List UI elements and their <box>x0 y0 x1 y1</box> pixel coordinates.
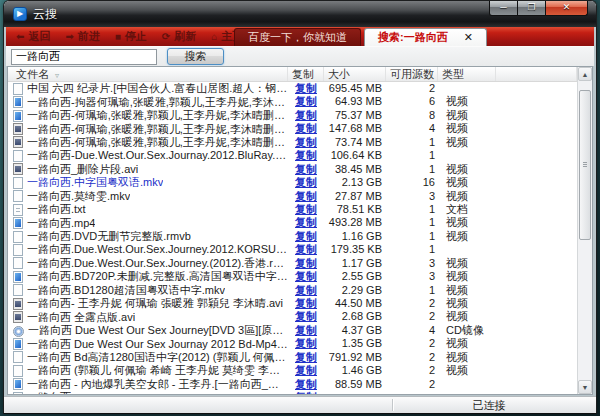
column-header-filename[interactable]: 文件名▿ <box>8 67 288 81</box>
file-size: 27.87 MB <box>324 190 386 203</box>
file-name[interactable]: 一路向西.txt <box>27 203 86 216</box>
table-row[interactable]: 中国 六四 纪录片.[中国合伙人.富春山居图.超人：钢铁之... 复制 695.… <box>8 82 577 95</box>
column-header-size[interactable]: 大小 <box>324 67 386 81</box>
copy-link[interactable]: 复制 <box>295 136 317 148</box>
file-name[interactable]: 一路向西 全露点版.avi <box>27 311 135 324</box>
copy-link[interactable]: 复制 <box>295 378 317 390</box>
scrollbar-thumb[interactable] <box>579 90 591 240</box>
file-name[interactable]: 一路向西.DVD无删节完整版.rmvb <box>27 230 191 243</box>
table-row[interactable]: 一路向西.莫绮雯.mkv 复制 27.87 MB 3 视频 <box>8 190 577 203</box>
file-name[interactable]: 一路向西.mp4 <box>27 217 95 230</box>
close-button[interactable]: ✕ <box>545 0 588 16</box>
copy-link[interactable]: 复制 <box>295 391 317 394</box>
copy-link[interactable]: 复制 <box>295 149 317 161</box>
table-row[interactable]: 一路向西.mp4 复制 493.28 MB 1 视频 <box>8 216 577 229</box>
file-name[interactable]: 中国 六四 纪录片.[中国合伙人.富春山居图.超人：钢铁之... <box>27 82 288 95</box>
file-name[interactable]: 一路向西- 王李丹妮 何珮瑜 張暖雅 郭穎兒 李沐晴.avi <box>27 297 283 310</box>
vertical-scrollbar[interactable]: ▲ ▼ <box>577 67 592 394</box>
copy-link[interactable]: 复制 <box>295 122 317 134</box>
file-name[interactable]: 一路向西-何珮瑜,张暖雅,郭颖儿,王李丹妮,李沐晴删除片... <box>27 109 288 122</box>
copy-link[interactable]: 复制 <box>295 230 317 242</box>
table-row[interactable]: 一路向西.Due.West.Our.Sex.Journey.2012.KORSU… <box>8 243 577 256</box>
copy-link[interactable]: 复制 <box>295 337 317 349</box>
column-header-copy[interactable]: 复制 <box>288 67 324 81</box>
file-name[interactable]: 一路向西.BD720P.未删减.完整版.高清国粤双语中字.mp4 <box>27 270 288 283</box>
table-row[interactable]: 一路向西 Bd高清1280国语中字(2012) (郭颖儿 何佩瑜 希... 复制… <box>8 351 577 364</box>
scroll-up-icon[interactable]: ▲ <box>578 67 592 81</box>
copy-link[interactable]: 复制 <box>295 324 317 336</box>
stop-button[interactable]: ■ 停止 <box>115 29 147 44</box>
table-row[interactable]: 一路向西 复制 <box>8 391 577 394</box>
file-name[interactable]: 一路向西 Due West Our Sex Journey[DVD 3區][原版… <box>28 324 288 337</box>
copy-link[interactable]: 复制 <box>295 284 317 296</box>
file-name[interactable]: 一路向西 Bd高清1280国语中字(2012) (郭颖儿 何佩瑜 希... <box>27 351 288 364</box>
search-input[interactable] <box>11 49 157 65</box>
tab-close-icon[interactable]: ✕ <box>464 31 473 44</box>
copy-link[interactable]: 复制 <box>295 364 317 376</box>
file-name[interactable]: 一路向西-拘器何珮瑜,张暖雅,郭颖儿,王李丹妮,李沐晴.mp4 <box>27 96 288 109</box>
copy-link[interactable]: 复制 <box>295 109 317 121</box>
table-row[interactable]: 一路向西 Due West Our Sex Journay 2012 Bd-Mp… <box>8 337 577 350</box>
file-name[interactable]: 一路向西 (郭颖儿 何佩瑜 希崎 王李丹妮 莫绮雯 李沐晴 ... <box>27 364 288 377</box>
file-name[interactable]: 一路向西 - 內地爆乳美空女郎 - 王李丹.[一路向西_花絮2]... <box>27 378 288 391</box>
table-row[interactable]: 一路向西.BD1280超清国粤双语中字.mkv 复制 2.29 GB 1 视频 <box>8 284 577 297</box>
column-header-type[interactable]: 类型 <box>438 67 496 81</box>
table-row[interactable]: 一路向西-何珮瑜,张暖雅,郭颖儿,王李丹妮,李沐晴删除片... 复制 147.6… <box>8 122 577 135</box>
file-icon <box>13 150 23 162</box>
search-button[interactable]: 搜索 <box>167 48 224 65</box>
table-row[interactable]: 一路向西.Due.West.Our.Sex.Journey.(2012).香港.… <box>8 257 577 270</box>
scrollbar-track[interactable] <box>578 81 592 380</box>
table-row[interactable]: 一路向西-何珮瑜,张暖雅,郭颖儿,王李丹妮,李沐晴删除片... 复制 73.74… <box>8 136 577 149</box>
table-row[interactable]: 一路向西 Due West Our Sex Journey[DVD 3區][原版… <box>8 324 577 337</box>
file-name[interactable]: 一路向西.Due.West.Our.Sex.Journey.2012.KORSU… <box>27 243 288 256</box>
table-row[interactable]: 一路向西 全露点版.avi 复制 2.68 GB 2 视频 <box>8 310 577 323</box>
copy-link[interactable]: 复制 <box>295 203 317 215</box>
scroll-down-icon[interactable]: ▼ <box>578 380 592 394</box>
table-row[interactable]: 一路向西.txt 复制 78.51 KB 1 文档 <box>8 203 577 216</box>
refresh-button[interactable]: ⟳ 刷新 <box>162 29 196 44</box>
table-row[interactable]: 一路向西-拘器何珮瑜,张暖雅,郭颖儿,王李丹妮,李沐晴.mp4 复制 64.93… <box>8 95 577 108</box>
tab-search-results[interactable]: 搜索:一路向西 ✕ <box>364 28 487 46</box>
copy-link[interactable]: 复制 <box>295 257 317 269</box>
copy-link[interactable]: 复制 <box>295 163 317 175</box>
table-row[interactable]: 一路向西.BD720P.未删减.完整版.高清国粤双语中字.mp4 复制 2.55… <box>8 270 577 283</box>
forward-button[interactable]: ➡ 前进 <box>65 29 99 44</box>
table-row[interactable]: 一路向西.中字国粤双语.mkv 复制 2.13 GB 16 视频 <box>8 176 577 189</box>
table-row[interactable]: 一路向西- 王李丹妮 何珮瑜 張暖雅 郭穎兒 李沐晴.avi 复制 44.50 … <box>8 297 577 310</box>
file-icon <box>13 257 23 269</box>
copy-link[interactable]: 复制 <box>295 297 317 309</box>
back-button[interactable]: ⬅ 返回 <box>16 29 50 44</box>
file-name[interactable]: 一路向西_删除片段.avi <box>27 163 138 176</box>
file-name[interactable]: 一路向西-Due.West.Our.Sex.Journay.2012.BluRa… <box>27 149 288 162</box>
file-name[interactable]: 一路向西-何珮瑜,张暖雅,郭颖儿,王李丹妮,李沐晴删除片... <box>27 136 288 149</box>
copy-link[interactable]: 复制 <box>295 270 317 282</box>
file-name[interactable]: 一路向西 Due West Our Sex Journay 2012 Bd-Mp… <box>27 338 288 351</box>
table-row[interactable]: 一路向西_删除片段.avi 复制 38.45 MB 1 视频 <box>8 163 577 176</box>
table-row[interactable]: 一路向西-何珮瑜,张暖雅,郭颖儿,王李丹妮,李沐晴删除片... 复制 75.37… <box>8 109 577 122</box>
table-row[interactable]: 一路向西-Due.West.Our.Sex.Journay.2012.BluRa… <box>8 149 577 162</box>
back-label: 返回 <box>28 29 50 44</box>
file-name[interactable]: 一路向西.莫绮雯.mkv <box>27 190 130 203</box>
copy-link[interactable]: 复制 <box>295 82 317 94</box>
copy-link[interactable]: 复制 <box>295 351 317 363</box>
table-row[interactable]: 一路向西.DVD无删节完整版.rmvb 复制 1.16 GB 1 视频 <box>8 230 577 243</box>
table-row[interactable]: 一路向西 - 內地爆乳美空女郎 - 王李丹.[一路向西_花絮2]... 复制 8… <box>8 378 577 391</box>
copy-link[interactable]: 复制 <box>295 95 317 107</box>
table-row[interactable]: 一路向西 (郭颖儿 何佩瑜 希崎 王李丹妮 莫绮雯 李沐晴 ... 复制 1.4… <box>8 364 577 377</box>
column-header-sources[interactable]: 可用源数 <box>386 67 438 81</box>
copy-link[interactable]: 复制 <box>295 216 317 228</box>
copy-link[interactable]: 复制 <box>295 190 317 202</box>
maximize-button[interactable]: ❐ <box>518 0 545 16</box>
tab-baidu[interactable]: 百度一下，你就知道 <box>234 28 361 46</box>
copy-link[interactable]: 复制 <box>295 243 317 255</box>
file-size: 147.68 MB <box>324 122 386 135</box>
file-name[interactable]: 一路向西.BD1280超清国粤双语中字.mkv <box>27 284 225 297</box>
file-name[interactable]: 一路向西-何珮瑜,张暖雅,郭颖儿,王李丹妮,李沐晴删除片... <box>27 123 288 136</box>
file-sources: 1 <box>386 203 438 216</box>
copy-link[interactable]: 复制 <box>295 176 317 188</box>
file-name[interactable]: 一路向西.Due.West.Our.Sex.Journey.(2012).香港.… <box>27 257 288 270</box>
minimize-button[interactable]: ─ <box>489 0 518 16</box>
copy-link[interactable]: 复制 <box>295 310 317 322</box>
file-name[interactable]: 一路向西 <box>27 391 71 394</box>
file-name[interactable]: 一路向西.中字国粤双语.mkv <box>27 176 163 189</box>
